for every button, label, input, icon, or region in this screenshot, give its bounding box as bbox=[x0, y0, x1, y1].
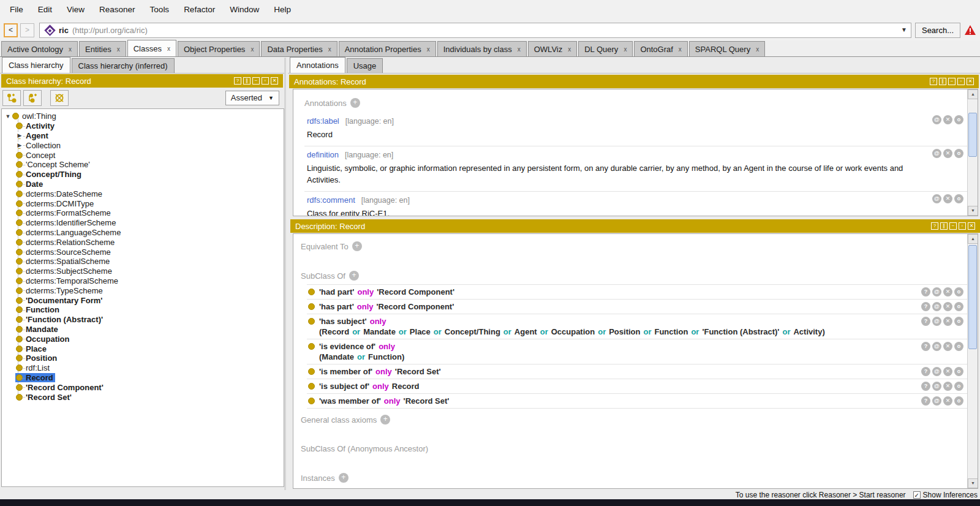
scrollbar-thumb[interactable] bbox=[968, 113, 977, 157]
add-subclass-of-button[interactable]: + bbox=[349, 271, 359, 281]
annotate-icon[interactable]: @ bbox=[932, 317, 941, 326]
explain-icon[interactable]: ? bbox=[921, 396, 930, 406]
annotation-property[interactable]: definition bbox=[307, 150, 339, 159]
help-icon[interactable]: ? bbox=[234, 77, 241, 85]
axiom-row[interactable]: 'has subject'only(RecordorMandateorPlace… bbox=[307, 314, 967, 339]
close-icon[interactable]: ✕ bbox=[967, 78, 974, 85]
expand-icon[interactable]: ▶ bbox=[16, 142, 23, 148]
tree-item-owl-thing[interactable]: ▼owl:Thing bbox=[3, 111, 284, 121]
explain-icon[interactable]: ? bbox=[921, 367, 930, 376]
axiom-row[interactable]: 'is subject of'onlyRecord?@✕o bbox=[307, 379, 967, 394]
back-button[interactable]: < bbox=[4, 23, 18, 37]
menu-help[interactable]: Help bbox=[266, 0, 298, 20]
tree-item-date[interactable]: Date bbox=[3, 179, 284, 189]
tree-item-documentary-form[interactable]: 'Documentary Form' bbox=[3, 295, 284, 305]
close-icon[interactable]: x bbox=[328, 46, 331, 53]
close-icon[interactable]: x bbox=[568, 46, 571, 53]
menu-file[interactable]: File bbox=[2, 0, 31, 20]
delete-icon[interactable]: ✕ bbox=[943, 115, 952, 124]
close-icon[interactable]: x bbox=[251, 46, 254, 53]
edit-icon[interactable]: o bbox=[954, 396, 963, 406]
scroll-down-icon[interactable]: ▼ bbox=[968, 478, 978, 488]
close-icon[interactable]: x bbox=[679, 46, 682, 53]
help-icon[interactable]: ? bbox=[931, 222, 938, 230]
annotate-icon[interactable]: @ bbox=[932, 396, 941, 406]
axiom-row[interactable]: 'is evidence of'only(MandateorFunction)?… bbox=[307, 339, 967, 364]
scroll-up-icon[interactable]: ▲ bbox=[968, 234, 978, 244]
tab-dl-query[interactable]: DL Queryx bbox=[578, 41, 633, 56]
close-icon[interactable]: ✕ bbox=[271, 77, 278, 85]
tree-item-concept-scheme[interactable]: 'Concept Scheme' bbox=[3, 160, 284, 170]
edit-icon[interactable]: o bbox=[954, 342, 963, 351]
annotation-row[interactable]: rdfs:label[language: en]Record@✕o bbox=[304, 113, 967, 146]
add-general-class-axioms-button[interactable]: + bbox=[380, 415, 390, 425]
tree-item-collection[interactable]: ▶Collection bbox=[3, 140, 284, 150]
close-icon[interactable]: x bbox=[518, 46, 521, 53]
tree-item-dcterms-formatscheme[interactable]: dcterms:FormatScheme bbox=[3, 208, 284, 218]
tree-item-position[interactable]: Position bbox=[3, 353, 284, 363]
subtab-class-hierarchy-inferred[interactable]: Class hierarchy (inferred) bbox=[72, 58, 175, 73]
close-icon[interactable]: x bbox=[624, 46, 627, 53]
tree-item-dcterms-relationscheme[interactable]: dcterms:RelationScheme bbox=[3, 237, 284, 247]
close-icon[interactable]: x bbox=[167, 45, 170, 52]
axiom-row[interactable]: 'had part'only'Record Component'?@✕o bbox=[307, 285, 967, 300]
edit-icon[interactable]: o bbox=[954, 149, 963, 158]
tab-classes[interactable]: Classesx bbox=[127, 40, 176, 56]
hierarchy-view-dropdown[interactable]: Asserted ▼ bbox=[225, 91, 279, 105]
forward-button[interactable]: > bbox=[20, 23, 34, 37]
tab-sparql-query[interactable]: SPARQL Queryx bbox=[689, 41, 765, 56]
annotate-icon[interactable]: @ bbox=[932, 194, 941, 203]
close-icon[interactable]: x bbox=[69, 46, 72, 53]
tree-item-dcterms-subjectscheme[interactable]: dcterms:SubjectScheme bbox=[3, 266, 284, 276]
split-horizontally-icon[interactable]: − bbox=[948, 78, 956, 85]
close-icon[interactable]: ✕ bbox=[968, 222, 975, 230]
tree-item-record[interactable]: Record bbox=[3, 373, 284, 383]
annotation-row[interactable]: rdfs:comment[language: en]Class for enti… bbox=[304, 192, 967, 216]
edit-icon[interactable]: o bbox=[954, 115, 963, 124]
delete-icon[interactable]: ✕ bbox=[943, 287, 952, 296]
ontology-uri-combobox[interactable]: ric (http://purl.org/ica/ric) ▼ bbox=[39, 23, 911, 38]
explain-icon[interactable]: ? bbox=[921, 287, 930, 296]
edit-icon[interactable]: o bbox=[954, 194, 963, 203]
tree-item-mandate[interactable]: Mandate bbox=[3, 325, 284, 334]
explain-icon[interactable]: ? bbox=[921, 382, 930, 391]
tree-item-dcterms-datescheme[interactable]: dcterms:DateScheme bbox=[3, 189, 284, 198]
explain-icon[interactable]: ? bbox=[921, 342, 930, 351]
menu-edit[interactable]: Edit bbox=[31, 0, 59, 20]
split-vertically-icon[interactable]: ∥ bbox=[243, 77, 251, 85]
edit-icon[interactable]: o bbox=[954, 302, 963, 311]
explain-icon[interactable]: ? bbox=[921, 302, 930, 311]
add-annotation-button[interactable]: + bbox=[350, 98, 360, 108]
delete-icon[interactable]: ✕ bbox=[943, 382, 952, 391]
tree-item-record-component[interactable]: 'Record Component' bbox=[3, 382, 284, 392]
delete-class-button[interactable] bbox=[50, 90, 69, 106]
delete-icon[interactable]: ✕ bbox=[943, 396, 952, 406]
close-icon[interactable]: x bbox=[427, 46, 430, 53]
add-subclass-button[interactable] bbox=[2, 90, 21, 106]
tree-item-rdf-list[interactable]: rdf:List bbox=[3, 363, 284, 373]
annotation-property[interactable]: rdfs:comment bbox=[307, 195, 355, 205]
split-horizontally-icon[interactable]: − bbox=[252, 77, 260, 85]
tab-data-properties[interactable]: Data Propertiesx bbox=[261, 41, 337, 56]
tree-item-concept-thing[interactable]: Concept/Thing bbox=[3, 170, 284, 179]
scroll-down-icon[interactable]: ▼ bbox=[968, 206, 978, 216]
menu-refactor[interactable]: Refactor bbox=[176, 0, 222, 20]
tree-item-concept[interactable]: Concept bbox=[3, 150, 284, 160]
help-icon[interactable]: ? bbox=[930, 78, 937, 85]
menu-tools[interactable]: Tools bbox=[143, 0, 177, 20]
delete-icon[interactable]: ✕ bbox=[943, 367, 952, 376]
float-icon[interactable]: ▫ bbox=[957, 78, 965, 85]
tree-item-activity[interactable]: Activity bbox=[3, 121, 284, 131]
axiom-row[interactable]: 'is member of'only'Record Set'?@✕o bbox=[307, 364, 967, 379]
menu-window[interactable]: Window bbox=[222, 0, 266, 20]
tab-individuals-by-class[interactable]: Individuals by classx bbox=[437, 41, 527, 56]
tab-ontograf[interactable]: OntoGrafx bbox=[634, 41, 687, 56]
axiom-row[interactable]: 'was member of'only'Record Set'?@✕o bbox=[307, 394, 967, 409]
add-sibling-class-button[interactable] bbox=[23, 90, 42, 106]
close-icon[interactable]: x bbox=[117, 46, 120, 53]
annotate-icon[interactable]: @ bbox=[932, 149, 941, 158]
tree-item-dcterms-typescheme[interactable]: dcterms:TypeScheme bbox=[3, 285, 284, 295]
annotate-icon[interactable]: @ bbox=[932, 115, 941, 124]
tree-item-dcterms-dcmitype[interactable]: dcterms:DCMIType bbox=[3, 198, 284, 208]
tree-item-dcterms-temporalscheme[interactable]: dcterms:TemporalScheme bbox=[3, 276, 284, 286]
